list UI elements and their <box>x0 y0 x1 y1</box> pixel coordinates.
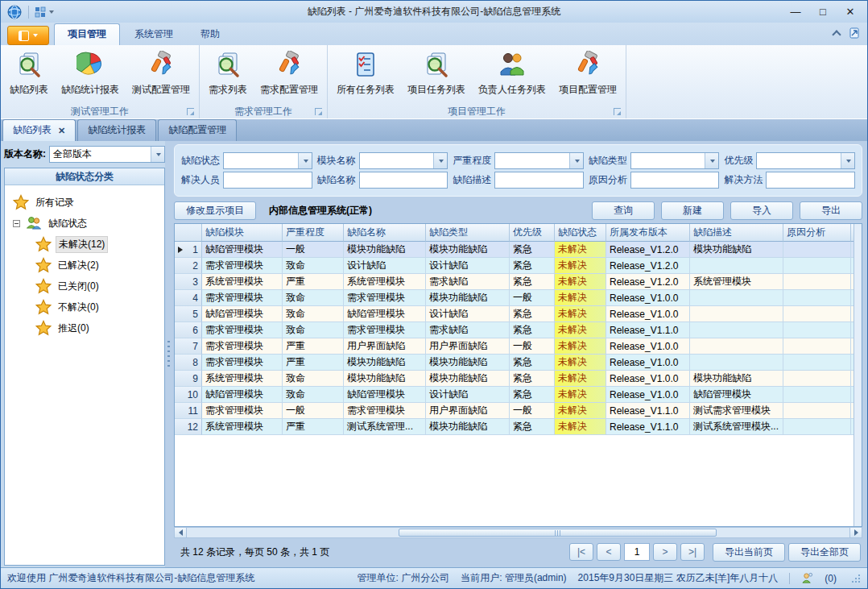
grid-vertical-scrollbar[interactable] <box>854 224 862 526</box>
last-page-button[interactable]: >| <box>680 543 705 561</box>
tree-item-所有记录[interactable]: 所有记录 <box>8 192 161 213</box>
table-row[interactable]: 1缺陷管理模块一般模块功能缺陷模块功能缺陷紧急未解决Release_V1.2.0… <box>175 242 854 258</box>
help-window-icon[interactable] <box>848 27 861 39</box>
ribbon-button-项目配置管理[interactable]: 项目配置管理 <box>553 48 622 99</box>
row-header-cell[interactable]: 8 <box>175 355 202 371</box>
tab-close-icon[interactable]: ✕ <box>58 127 65 135</box>
row-header-cell[interactable]: 7 <box>175 338 202 355</box>
scroll-right-button[interactable] <box>849 528 862 537</box>
row-header-cell[interactable]: 5 <box>175 306 202 322</box>
page-number-input[interactable]: 1 <box>624 543 650 561</box>
tree-item-未解决(12)[interactable]: 未解决(12) <box>8 234 161 255</box>
sidebar-splitter[interactable] <box>165 141 172 567</box>
action-button-新建[interactable]: 新建 <box>661 201 724 220</box>
grid-header-corner[interactable] <box>175 224 202 242</box>
grid-column-header-严重程度[interactable]: 严重程度 <box>283 224 344 242</box>
table-row[interactable]: 4需求管理模块致命需求管理模块模块功能缺陷一般未解决Release_V1.0.0 <box>175 290 854 306</box>
grid-column-header-缺陷描述[interactable]: 缺陷描述 <box>690 224 783 242</box>
ribbon-button-缺陷列表[interactable]: 缺陷列表 <box>4 48 54 99</box>
quick-access-toolbar-button[interactable] <box>32 6 56 19</box>
ribbon-tab-系统管理[interactable]: 系统管理 <box>122 24 186 45</box>
table-row[interactable]: 10缺陷管理模块致命缺陷管理模块设计缺陷紧急未解决Release_V1.0.0缺… <box>175 387 854 403</box>
action-button-查询[interactable]: 查询 <box>592 201 655 220</box>
filter-combobox-模块名称[interactable] <box>359 152 448 169</box>
ribbon-button-需求配置管理[interactable]: 需求配置管理 <box>254 48 324 99</box>
filter-combobox-缺陷状态[interactable] <box>223 152 312 169</box>
row-header-cell[interactable]: 10 <box>175 387 202 403</box>
collapse-expander-icon[interactable] <box>13 220 20 227</box>
grid-column-header-原因分析[interactable]: 原因分析 <box>783 224 851 242</box>
grid-column-header-缺陷状态[interactable]: 缺陷状态 <box>555 224 606 242</box>
ribbon-button-项目任务列表[interactable]: 项目任务列表 <box>402 48 471 99</box>
combobox-dropdown-button[interactable] <box>298 153 312 168</box>
table-row[interactable]: 9系统管理模块致命模块功能缺陷模块功能缺陷紧急未解决Release_V1.0.0… <box>175 371 854 387</box>
grid-column-header-优先级[interactable]: 优先级 <box>510 224 555 242</box>
combobox-dropdown-button[interactable] <box>705 153 718 168</box>
prev-page-button[interactable]: < <box>597 543 621 561</box>
ribbon-button-需求列表[interactable]: 需求列表 <box>203 48 253 99</box>
filter-combobox-缺陷类型[interactable] <box>630 152 720 169</box>
first-page-button[interactable]: |< <box>569 543 593 561</box>
grid-column-header-缺陷名称[interactable]: 缺陷名称 <box>344 224 426 242</box>
ribbon-button-缺陷统计报表[interactable]: 缺陷统计报表 <box>56 48 125 99</box>
export-current-page-button[interactable]: 导出当前页 <box>713 543 785 562</box>
row-header-cell[interactable]: 4 <box>175 290 202 306</box>
ribbon-tab-帮助[interactable]: 帮助 <box>188 24 233 45</box>
row-header-cell[interactable]: 2 <box>175 258 202 274</box>
minimize-button[interactable]: — <box>782 3 809 21</box>
modify-display-columns-button[interactable]: 修改显示项目 <box>174 201 256 220</box>
ribbon-button-负责人任务列表[interactable]: 负责人任务列表 <box>473 48 552 99</box>
dialog-launcher-icon[interactable] <box>187 108 194 115</box>
application-menu-button[interactable] <box>7 26 49 45</box>
combobox-dropdown-button[interactable] <box>569 153 583 168</box>
table-row[interactable]: 5缺陷管理模块致命缺陷管理模块设计缺陷紧急未解决Release_V1.0.0 <box>175 306 854 322</box>
dialog-launcher-icon[interactable] <box>614 108 621 115</box>
row-header-cell[interactable]: 9 <box>175 371 202 387</box>
combobox-dropdown-button[interactable] <box>841 153 854 168</box>
resize-grip-icon[interactable] <box>851 574 861 583</box>
filter-input-原因分析[interactable] <box>630 172 720 189</box>
document-tab-缺陷列表[interactable]: 缺陷列表✕ <box>2 119 76 141</box>
close-button[interactable]: ✕ <box>837 3 864 21</box>
grid-column-header-所属发布版本[interactable]: 所属发布版本 <box>606 224 690 242</box>
document-tab-缺陷统计报表[interactable]: 缺陷统计报表 <box>77 119 156 141</box>
tree-item-缺陷状态[interactable]: 缺陷状态 <box>8 213 161 234</box>
ribbon-tab-项目管理[interactable]: 项目管理 <box>54 23 120 45</box>
version-combobox-dropdown-button[interactable] <box>151 147 164 162</box>
dialog-launcher-icon[interactable] <box>315 108 322 115</box>
table-row[interactable]: 7需求管理模块严重用户界面缺陷用户界面缺陷一般未解决Release_V1.0.0 <box>175 338 854 355</box>
next-page-button[interactable]: > <box>653 543 677 561</box>
filter-input-解决人员[interactable] <box>223 172 312 189</box>
hscroll-thumb[interactable] <box>399 529 717 537</box>
filter-input-缺陷描述[interactable] <box>494 172 584 189</box>
table-row[interactable]: 8需求管理模块严重模块功能缺陷模块功能缺陷紧急未解决Release_V1.0.0 <box>175 355 854 371</box>
grid-column-header-缺陷模块[interactable]: 缺陷模块 <box>202 224 283 242</box>
filter-input-解决方法[interactable] <box>766 172 855 189</box>
filter-input-缺陷名称[interactable] <box>359 172 448 189</box>
table-row[interactable]: 3系统管理模块严重系统管理模块需求缺陷紧急未解决Release_V1.2.0系统… <box>175 274 854 290</box>
table-row[interactable]: 2需求管理模块致命设计缺陷设计缺陷紧急未解决Release_V1.2.0 <box>175 258 854 274</box>
combobox-dropdown-button[interactable] <box>433 153 447 168</box>
grid-column-header-解决方法[interactable]: 解决方法 <box>851 224 854 242</box>
grid-column-header-缺陷类型[interactable]: 缺陷类型 <box>426 224 510 242</box>
tree-item-推迟(0)[interactable]: 推迟(0) <box>8 317 161 338</box>
ribbon-collapse-icon[interactable] <box>832 30 841 39</box>
tree-item-不解决(0)[interactable]: 不解决(0) <box>8 297 161 317</box>
ribbon-button-所有任务列表[interactable]: 所有任务列表 <box>331 48 400 99</box>
row-header-cell[interactable]: 11 <box>175 403 202 419</box>
ribbon-button-测试配置管理[interactable]: 测试配置管理 <box>126 48 196 99</box>
action-button-导入[interactable]: 导入 <box>730 201 793 220</box>
filter-combobox-严重程度[interactable] <box>494 152 584 169</box>
action-button-导出[interactable]: 导出 <box>800 201 862 220</box>
row-header-cell[interactable]: 3 <box>175 274 202 290</box>
maximize-button[interactable]: □ <box>809 3 837 21</box>
table-row[interactable]: 12系统管理模块严重测试系统管理...模块功能缺陷紧急未解决Release_V1… <box>175 419 854 435</box>
export-all-pages-button[interactable]: 导出全部页 <box>788 543 861 562</box>
tree-item-已关闭(0)[interactable]: 已关闭(0) <box>8 276 161 297</box>
version-combobox[interactable]: 全部版本 <box>49 146 165 163</box>
row-header-cell[interactable]: 12 <box>175 419 202 435</box>
user-message-icon[interactable] <box>801 572 813 584</box>
filter-combobox-优先级[interactable] <box>756 152 855 169</box>
row-header-cell[interactable]: 6 <box>175 322 202 338</box>
hscroll-track[interactable] <box>187 528 849 537</box>
